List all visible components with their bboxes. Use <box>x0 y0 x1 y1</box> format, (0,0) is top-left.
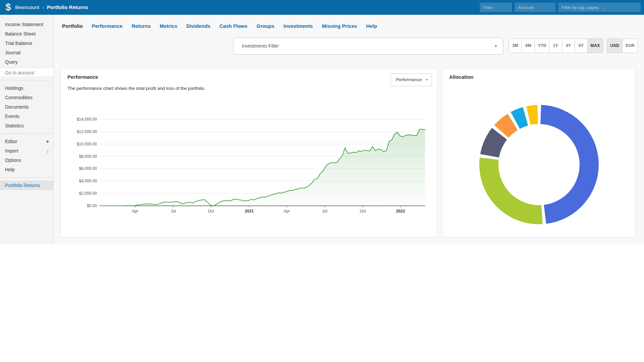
svg-text:$12,000.00: $12,000.00 <box>77 129 97 134</box>
breadcrumb-page-title: Portfolio Returns <box>47 4 88 10</box>
sidebar-item-journal[interactable]: Journal <box>0 48 53 57</box>
tab-metrics[interactable]: Metrics <box>160 23 177 29</box>
tab-help[interactable]: Help <box>366 23 377 29</box>
svg-text:2021: 2021 <box>245 209 254 214</box>
chevron-down-icon: ▾ <box>426 74 428 86</box>
sidebar: Income StatementBalance SheetTrial Balan… <box>0 15 54 244</box>
svg-text:Oct: Oct <box>360 209 366 214</box>
svg-text:Apr: Apr <box>283 209 290 214</box>
svg-text:$4,000.00: $4,000.00 <box>79 179 97 183</box>
chart-type-select-value: Performance <box>396 74 422 86</box>
sidebar-item-help[interactable]: Help <box>0 165 53 174</box>
allocation-card-title: Allocation <box>449 74 474 80</box>
breadcrumb-app[interactable]: Beancount <box>15 4 39 10</box>
sidebar-item-statistics[interactable]: Statistics <box>0 121 53 130</box>
range-button-6m[interactable]: 6M <box>522 39 535 53</box>
sidebar-item-events[interactable]: Events <box>0 112 53 121</box>
top-bar: $ Beancount›Portfolio Returns <box>0 0 644 15</box>
performance-card: Performance The performance chart shows … <box>60 69 437 237</box>
tab-dividends[interactable]: Dividends <box>186 23 211 29</box>
chart-type-select[interactable]: Performance ▾ <box>390 73 432 86</box>
sidebar-divider <box>0 133 53 134</box>
svg-text:$14,000.00: $14,000.00 <box>77 117 97 122</box>
svg-text:Jul: Jul <box>171 209 176 214</box>
range-button-3y[interactable]: 3Y <box>562 39 575 53</box>
svg-text:$2,000.00: $2,000.00 <box>79 191 97 196</box>
tag-payee-filter-input[interactable] <box>558 3 641 12</box>
sidebar-item-trial-balance[interactable]: Trial Balance <box>0 39 53 48</box>
time-filter-input[interactable] <box>480 3 512 12</box>
sidebar-item-balance-sheet[interactable]: Balance Sheet <box>0 29 53 39</box>
tab-portfolio[interactable]: Portfolio <box>62 23 83 29</box>
performance-card-description: The performance chart shows the total pr… <box>67 86 205 91</box>
svg-text:2022: 2022 <box>396 209 405 214</box>
performance-line-chart: $14,000.00$12,000.00$10,000.00$8,000.00$… <box>74 116 433 217</box>
sidebar-divider <box>0 80 53 80</box>
breadcrumb: Beancount›Portfolio Returns <box>15 0 88 15</box>
sidebar-item-documents[interactable]: Documents <box>0 102 53 112</box>
sidebar-item-query[interactable]: Query <box>0 57 53 67</box>
range-button-5y[interactable]: 5Y <box>575 39 588 53</box>
allocation-donut-chart <box>475 101 603 228</box>
svg-text:Apr: Apr <box>132 209 138 214</box>
investments-filter-select[interactable]: Investments Filter ▾ <box>233 38 503 55</box>
range-button-ytd[interactable]: YTD <box>535 39 549 53</box>
sidebar-item-go-to-account[interactable]: Go to account <box>0 68 53 77</box>
svg-text:$8,000.00: $8,000.00 <box>79 154 97 159</box>
allocation-card: Allocation <box>442 69 635 237</box>
currency-button-group: USDEUR <box>607 39 638 53</box>
chevron-down-icon: ▾ <box>495 38 497 54</box>
sidebar-item-import[interactable]: Import↓ <box>0 146 53 156</box>
main-content: PortfolioPerformanceReturnsMetricsDivide… <box>54 15 644 244</box>
editor-add-icon[interactable]: + <box>46 137 49 146</box>
svg-text:Jul: Jul <box>322 209 327 214</box>
allocation-slice-lime <box>479 158 543 224</box>
svg-text:$10,000.00: $10,000.00 <box>77 142 97 146</box>
sidebar-item-portfolio-returns[interactable]: Portfolio Returns <box>0 181 53 190</box>
date-range-button-group: 3M6MYTD1Y3Y5YMAX <box>508 39 603 53</box>
sidebar-divider <box>0 177 53 178</box>
sidebar-item-editor[interactable]: Editor+ <box>0 137 53 146</box>
allocation-slice-yellow <box>526 105 538 125</box>
sidebar-item-options[interactable]: Options <box>0 156 53 165</box>
account-filter-input[interactable] <box>515 3 555 12</box>
svg-text:Oct: Oct <box>208 209 214 214</box>
svg-text:$6,000.00: $6,000.00 <box>79 166 97 171</box>
sidebar-item-commodities[interactable]: Commodities <box>0 93 53 102</box>
performance-card-title: Performance <box>67 74 98 80</box>
svg-text:$: $ <box>5 2 11 12</box>
tab-groups[interactable]: Groups <box>257 23 274 29</box>
range-button-3m[interactable]: 3M <box>509 39 522 53</box>
tab-cash-flows[interactable]: Cash Flows <box>219 23 247 29</box>
sidebar-item-holdings[interactable]: Holdings <box>0 83 53 93</box>
tab-investments[interactable]: Investments <box>283 23 313 29</box>
tab-missing-prices[interactable]: Missing Prices <box>322 23 357 29</box>
report-tabs: PortfolioPerformanceReturnsMetricsDivide… <box>62 23 377 29</box>
import-download-icon[interactable]: ↓ <box>47 146 49 156</box>
breadcrumb-separator-icon: › <box>42 4 44 10</box>
range-button-max[interactable]: MAX <box>588 39 603 53</box>
sidebar-item-income-statement[interactable]: Income Statement <box>0 20 53 29</box>
allocation-slice-blue <box>540 105 599 224</box>
currency-button-usd[interactable]: USD <box>607 39 623 53</box>
tab-performance[interactable]: Performance <box>92 23 123 29</box>
range-button-1y[interactable]: 1Y <box>549 39 562 53</box>
tab-returns[interactable]: Returns <box>131 23 151 29</box>
fava-logo-icon[interactable]: $ <box>3 2 13 12</box>
svg-text:$0.00: $0.00 <box>87 203 97 208</box>
currency-button-eur[interactable]: EUR <box>623 39 638 53</box>
investments-filter-placeholder: Investments Filter <box>242 38 279 54</box>
